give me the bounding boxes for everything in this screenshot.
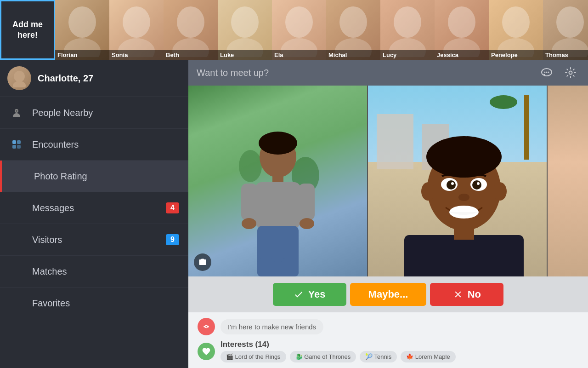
badge-visitors: 9 [166, 234, 179, 245]
profile-thumb-jessica[interactable]: Jessica [435, 0, 489, 60]
chat-icon-button[interactable] [537, 63, 556, 82]
svg-point-4 [177, 6, 204, 38]
yes-label: Yes [308, 288, 326, 300]
profile-thumb-luke[interactable]: Luke [218, 0, 272, 60]
profile-name-label: Ela [272, 50, 326, 60]
svg-rect-27 [17, 145, 21, 149]
profile-thumb-ela[interactable]: Ela [272, 0, 326, 60]
profile-thumb-lucy[interactable]: Lucy [380, 0, 435, 60]
profile-name-label: Michal [326, 50, 380, 60]
photo-card-right[interactable] [367, 86, 547, 276]
favorites-icon [9, 296, 24, 310]
svg-point-58 [477, 182, 480, 185]
sidebar-item-matches[interactable]: Matches [0, 256, 188, 288]
favorites-label: Favorites [32, 298, 179, 309]
yes-button[interactable]: Yes [273, 283, 346, 306]
avatar [7, 66, 31, 90]
svg-point-0 [68, 6, 96, 38]
photo-card-left[interactable] [188, 86, 367, 276]
people-nearby-label: People Nearby [32, 108, 179, 118]
svg-point-21 [13, 81, 26, 87]
interest-tag: 🎾 Tennis [360, 351, 397, 362]
status-message: I'm here to make new friends [220, 319, 323, 334]
interest-tags: 🎬 Lord of the Rings🐉 Game of Thrones🎾 Te… [220, 351, 456, 362]
profile-thumb-penelope[interactable]: Penelope [489, 0, 543, 60]
no-button[interactable]: No [430, 283, 503, 306]
sidebar: Charlotte, 27 People Nearby Encounters P… [0, 60, 188, 368]
svg-point-23 [16, 110, 17, 112]
profile-thumb-sonia[interactable]: Sonia [109, 0, 164, 60]
buttons-row: Yes Maybe... No [188, 276, 588, 312]
photo-left-bg [188, 86, 367, 276]
maybe-label: Maybe... [368, 288, 408, 300]
sidebar-item-photo-rating[interactable]: Photo Rating [0, 161, 188, 192]
messages-label: Messages [32, 203, 158, 213]
svg-point-18 [556, 6, 584, 38]
svg-point-6 [231, 6, 259, 38]
svg-point-32 [569, 71, 572, 75]
add-me-button[interactable]: Add me here! [0, 0, 55, 60]
svg-point-50 [426, 136, 502, 178]
badge-messages: 4 [166, 202, 179, 213]
photo-card-partial [547, 86, 588, 276]
profile-name-label: Beth [164, 50, 218, 60]
profile-thumb-michal[interactable]: Michal [326, 0, 380, 60]
right-header: Want to meet up? [188, 60, 588, 86]
profile-thumb-florian[interactable]: Florian [55, 0, 109, 60]
profile-thumb-beth[interactable]: Beth [164, 0, 218, 60]
svg-point-14 [448, 6, 475, 38]
svg-point-59 [458, 194, 469, 201]
svg-rect-26 [12, 145, 16, 149]
sidebar-item-encounters[interactable]: Encounters [0, 129, 188, 161]
photo-rating-icon [11, 169, 26, 184]
settings-icon-button[interactable] [561, 63, 580, 82]
svg-point-10 [339, 6, 367, 38]
profile-name-label: Thomas [543, 50, 588, 60]
main-content: Charlotte, 27 People Nearby Encounters P… [0, 60, 588, 368]
sidebar-item-favorites[interactable]: Favorites [0, 288, 188, 319]
svg-rect-45 [281, 258, 299, 276]
svg-point-29 [544, 72, 546, 73]
profile-thumb-thomas[interactable]: Thomas [543, 0, 588, 60]
profile-name-label: Lucy [380, 50, 435, 60]
svg-point-16 [502, 6, 530, 38]
bottom-info: I'm here to make new friends Interests (… [188, 312, 588, 368]
svg-rect-44 [257, 258, 275, 276]
visitors-label: Visitors [32, 235, 158, 245]
svg-point-54 [447, 180, 456, 190]
sidebar-nav: People Nearby Encounters Photo Rating Me… [0, 97, 188, 319]
svg-point-63 [204, 326, 205, 327]
matches-label: Matches [32, 266, 179, 277]
interests-icon [198, 343, 215, 360]
encounters-label: Encounters [32, 139, 179, 150]
svg-point-51 [421, 182, 435, 201]
profile-name-label: Luke [218, 50, 272, 60]
svg-point-20 [14, 71, 25, 82]
svg-point-8 [285, 6, 313, 38]
profile-name-label: Penelope [489, 50, 543, 60]
svg-point-42 [300, 218, 314, 229]
sidebar-item-visitors[interactable]: Visitors 9 [0, 224, 188, 256]
photo-right-bg [368, 86, 547, 276]
interest-tag: 🐉 Game of Thrones [290, 351, 356, 362]
no-label: No [468, 288, 481, 300]
profile-name-label: Sonia [109, 50, 164, 60]
camera-icon-button[interactable] [194, 253, 211, 271]
sidebar-profile: Charlotte, 27 [0, 60, 188, 97]
interest-tag: 🎬 Lord of the Rings [220, 351, 286, 362]
svg-point-2 [123, 6, 150, 38]
svg-rect-38 [255, 182, 301, 228]
svg-point-36 [259, 132, 297, 155]
messages-icon [9, 201, 24, 215]
svg-point-57 [472, 180, 481, 190]
svg-point-12 [394, 6, 421, 38]
svg-point-64 [208, 326, 209, 327]
sidebar-item-messages[interactable]: Messages 4 [0, 192, 188, 224]
sidebar-item-people-nearby[interactable]: People Nearby [0, 97, 188, 129]
interests-label: Interests (14) [220, 340, 269, 349]
maybe-button[interactable]: Maybe... [350, 283, 427, 306]
interests-content: Interests (14) 🎬 Lord of the Rings🐉 Game… [220, 340, 456, 362]
status-row: I'm here to make new friends [198, 318, 579, 335]
svg-rect-47 [404, 235, 524, 276]
people-nearby-icon [9, 105, 24, 120]
